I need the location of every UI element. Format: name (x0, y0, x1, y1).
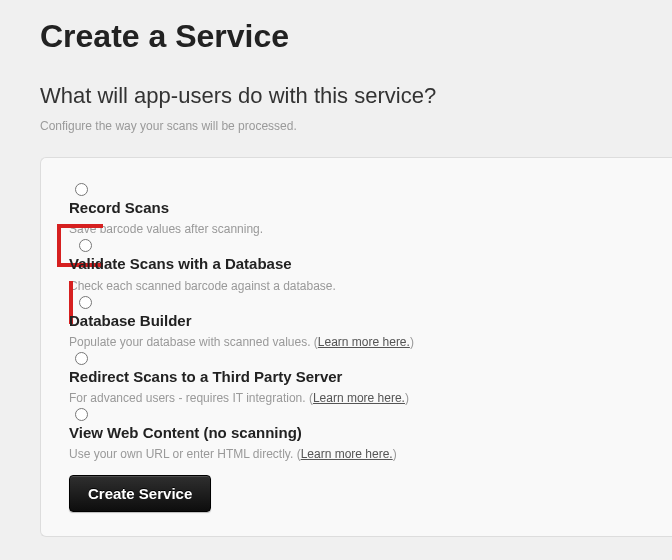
option-desc: Save barcode values after scanning. (69, 222, 644, 236)
radio-view-web-content[interactable] (75, 408, 88, 421)
learn-more-link[interactable]: Learn more here. (313, 391, 405, 405)
option-title: Validate Scans with a Database (69, 254, 644, 274)
options-panel: Record Scans Save barcode values after s… (40, 157, 672, 537)
option-title: Record Scans (69, 198, 644, 218)
option-database-builder[interactable]: Database Builder Populate your database … (69, 287, 644, 349)
page-question: What will app-users do with this service… (40, 83, 672, 109)
option-record-scans[interactable]: Record Scans Save barcode values after s… (69, 174, 644, 236)
create-service-button[interactable]: Create Service (69, 475, 211, 512)
option-desc: Check each scanned barcode against a dat… (69, 279, 644, 293)
option-title: Database Builder (69, 311, 644, 331)
option-title: Redirect Scans to a Third Party Server (69, 367, 644, 387)
option-validate-scans[interactable]: Validate Scans with a Database Check eac… (57, 224, 644, 323)
option-desc: Use your own URL or enter HTML directly.… (69, 447, 644, 461)
radio-redirect-scans[interactable] (75, 352, 88, 365)
radio-record-scans[interactable] (75, 183, 88, 196)
radio-validate-scans[interactable] (79, 239, 92, 252)
page-title: Create a Service (40, 18, 672, 55)
page-hint: Configure the way your scans will be pro… (40, 119, 672, 133)
learn-more-link[interactable]: Learn more here. (301, 447, 393, 461)
option-desc: For advanced users - requires IT integra… (69, 391, 644, 405)
option-view-web-content[interactable]: View Web Content (no scanning) Use your … (69, 399, 644, 461)
option-redirect-scans[interactable]: Redirect Scans to a Third Party Server F… (69, 343, 644, 405)
learn-more-link[interactable]: Learn more here. (318, 335, 410, 349)
option-title: View Web Content (no scanning) (69, 423, 644, 443)
radio-database-builder[interactable] (79, 296, 92, 309)
option-desc: Populate your database with scanned valu… (69, 335, 644, 349)
